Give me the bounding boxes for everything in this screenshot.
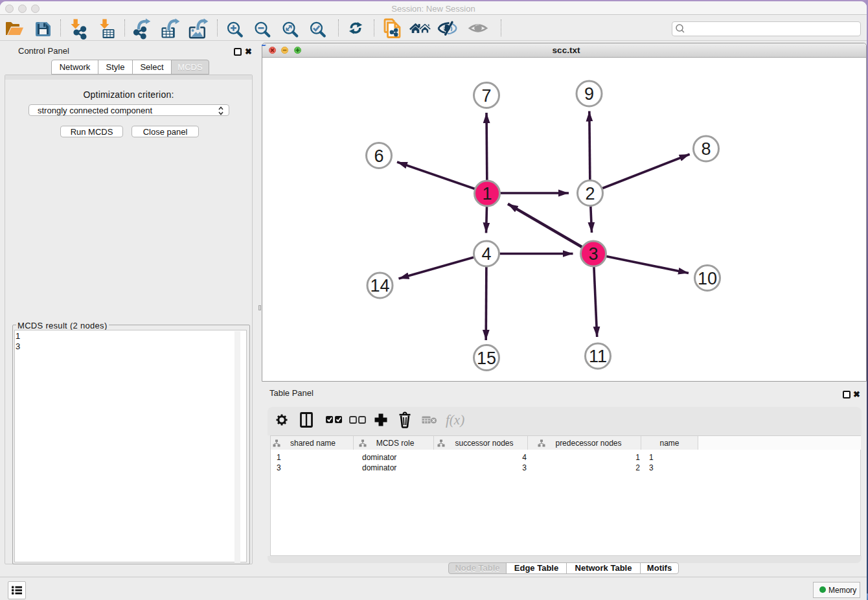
svg-text:1: 1: [482, 184, 492, 203]
svg-text:15: 15: [477, 349, 496, 368]
svg-text:14: 14: [370, 276, 389, 295]
svg-text:4: 4: [481, 244, 491, 264]
svg-text:2: 2: [585, 184, 595, 203]
svg-text:3: 3: [588, 244, 598, 264]
svg-text:f(x): f(x): [446, 412, 464, 428]
svg-text:6: 6: [374, 146, 383, 166]
svg-text:8: 8: [701, 139, 711, 159]
svg-text:11: 11: [589, 347, 607, 366]
svg-text:7: 7: [481, 86, 491, 106]
svg-text:10: 10: [698, 269, 717, 288]
svg-text:9: 9: [584, 84, 594, 104]
